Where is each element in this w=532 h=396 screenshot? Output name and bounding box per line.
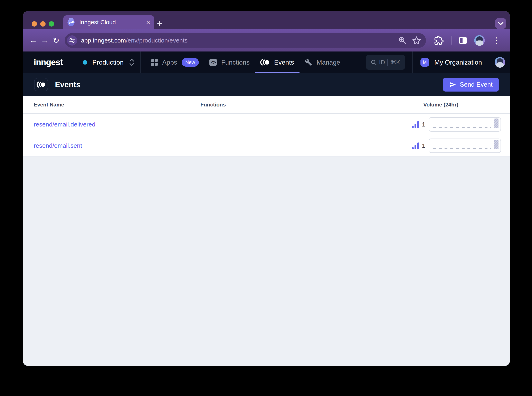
search-id-label: ID <box>379 59 385 66</box>
volume-cell: 1 <box>400 117 501 132</box>
forward-button[interactable]: → <box>39 35 51 46</box>
sparkline-bar <box>494 140 498 149</box>
browser-toolbar: ← → ↻ app.inngest.com/env/production/eve… <box>23 29 510 52</box>
tab-strip: Inngest Cloud × + <box>23 11 510 29</box>
sparkline-bar <box>494 118 498 128</box>
organization-name: My Organization <box>434 59 482 66</box>
app-nav: inngest Production Apps New <> <box>23 52 510 73</box>
nav-item-label: Manage <box>317 59 340 66</box>
volume-cell: 1 <box>400 139 501 153</box>
chevron-updown-icon <box>129 58 134 66</box>
user-avatar <box>495 57 505 68</box>
toolbar-divider <box>451 36 452 45</box>
bar-chart-icon <box>412 142 419 149</box>
url-path: /env/production/events <box>126 37 188 44</box>
empty-content-area <box>23 157 510 366</box>
site-settings-button[interactable] <box>67 35 77 46</box>
tune-icon <box>69 38 75 43</box>
url-text[interactable]: app.inngest.com/env/production/events <box>81 37 393 44</box>
nav-divider <box>140 52 141 73</box>
event-name-link[interactable]: resend/email.delivered <box>34 121 200 128</box>
zoom-page-button[interactable] <box>398 36 407 45</box>
volume-count: 1 <box>422 142 425 149</box>
column-header-event-name: Event Name <box>34 102 200 108</box>
column-header-volume: Volume (24hr) <box>400 102 499 108</box>
new-badge: New <box>182 58 199 67</box>
reload-button[interactable]: ↻ <box>51 35 62 46</box>
nav-items: Apps New <> Functions Events <box>145 52 346 73</box>
column-header-functions: Functions <box>200 102 400 108</box>
new-tab-button[interactable]: + <box>157 19 162 28</box>
page-title: Events <box>55 80 81 89</box>
search-divider <box>387 59 388 66</box>
browser-menu-button[interactable]: ⋮ <box>492 38 500 43</box>
brand-wordmark: inngest <box>34 58 63 67</box>
browser-tab[interactable]: Inngest Cloud × <box>63 15 154 29</box>
nav-item-label: Apps <box>162 59 177 66</box>
close-tab-icon[interactable]: × <box>146 19 150 26</box>
screen: Inngest Cloud × + ← → ↻ <box>0 0 532 396</box>
sparkline-baseline <box>433 148 491 149</box>
volume-sparkline <box>429 139 501 153</box>
volume-sparkline <box>429 117 501 132</box>
nav-item-functions[interactable]: <> Functions <box>204 52 255 73</box>
url-bar[interactable]: app.inngest.com/env/production/events <box>65 33 426 48</box>
browser-profile-avatar[interactable] <box>474 35 485 46</box>
inngest-favicon-icon <box>67 18 75 26</box>
organization-switcher[interactable]: M My Organization <box>413 52 490 73</box>
extensions-button[interactable] <box>434 36 444 45</box>
functions-code-icon: <> <box>209 59 217 66</box>
star-icon <box>412 36 421 45</box>
apps-grid-icon <box>151 59 158 66</box>
minimize-window-button[interactable] <box>40 21 46 27</box>
magnifier-plus-icon <box>398 36 407 45</box>
search-icon <box>371 59 376 65</box>
url-host: app.inngest.com <box>81 37 126 44</box>
volume-count: 1 <box>422 121 425 128</box>
side-panel-button[interactable] <box>459 37 467 44</box>
events-icon <box>37 81 46 88</box>
nav-spacer <box>346 52 366 73</box>
nav-item-manage[interactable]: Manage <box>300 52 346 73</box>
send-icon <box>449 82 456 88</box>
table-row[interactable]: resend/email.delivered 1 <box>23 114 510 135</box>
page-header: Events Send Event <box>23 73 510 96</box>
traffic-lights <box>32 21 54 27</box>
nav-item-label: Events <box>274 59 294 66</box>
nav-item-apps[interactable]: Apps New <box>145 52 204 73</box>
event-name-link[interactable]: resend/email.sent <box>34 142 200 149</box>
events-icon <box>260 59 270 66</box>
send-event-button[interactable]: Send Event <box>443 78 499 92</box>
wrench-icon <box>305 59 312 66</box>
sparkline-baseline <box>433 127 491 128</box>
environment-status-dot <box>83 60 87 64</box>
nav-item-events[interactable]: Events <box>255 52 300 73</box>
user-menu[interactable] <box>490 52 510 73</box>
maximize-window-button[interactable] <box>49 21 54 27</box>
toolbar-actions: ⋮ <box>434 35 500 46</box>
chevron-down-icon <box>498 22 504 26</box>
bar-chart-icon <box>412 121 419 128</box>
events-table-header: Event Name Functions Volume (24hr) <box>23 96 510 114</box>
environment-switcher[interactable]: Production <box>73 52 140 73</box>
search-shortcut-box[interactable]: ID ⌘K <box>366 55 405 70</box>
table-row[interactable]: resend/email.sent 1 <box>23 135 510 157</box>
tab-title: Inngest Cloud <box>79 19 144 26</box>
events-page-icon <box>34 78 48 91</box>
environment-label: Production <box>92 59 129 66</box>
bookmark-button[interactable] <box>412 36 421 45</box>
back-button[interactable]: ← <box>28 35 39 46</box>
close-window-button[interactable] <box>32 21 37 27</box>
search-kbd-shortcut: ⌘K <box>390 59 400 66</box>
browser-window: Inngest Cloud × + ← → ↻ <box>23 11 510 366</box>
tab-search-button[interactable] <box>495 18 506 29</box>
puzzle-icon <box>434 36 444 45</box>
nav-item-label: Functions <box>221 59 250 66</box>
inngest-logo[interactable]: inngest <box>23 52 73 73</box>
organization-initial-badge: M <box>421 58 429 67</box>
send-event-label: Send Event <box>460 81 492 88</box>
